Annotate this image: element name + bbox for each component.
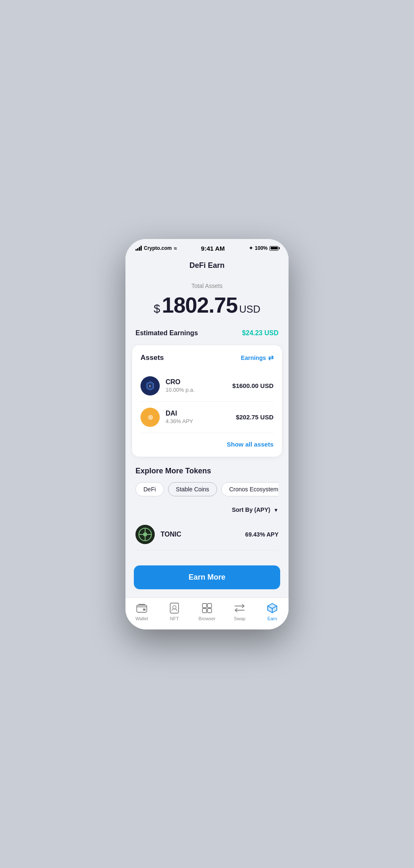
svg-rect-16 (202, 609, 207, 613)
browser-nav-label: Browser (199, 616, 215, 621)
svg-point-13 (173, 606, 176, 609)
nav-item-swap[interactable]: Swap (223, 602, 256, 621)
status-bar: Crypto.com ≈ 9:41 AM ✦ 100% (125, 239, 289, 254)
dai-icon: ◎ (141, 408, 160, 427)
swap-nav-icon (234, 602, 245, 614)
signal-bars-icon (135, 246, 142, 251)
wifi-icon: ≈ (174, 245, 177, 252)
swap-nav-label: Swap (234, 616, 245, 621)
wallet-nav-icon (136, 602, 148, 614)
svg-rect-11 (143, 609, 146, 611)
carrier-label: Crypto.com (144, 245, 172, 251)
svg-rect-17 (207, 609, 212, 613)
total-assets-label: Total Assets (135, 282, 279, 289)
nav-item-browser[interactable]: Browser (191, 602, 223, 621)
token-row-tonic[interactable]: TONIC 69.43% APY (135, 519, 279, 550)
nft-nav-label: NFT (170, 616, 179, 621)
svg-text:C: C (149, 385, 151, 388)
dollar-sign: $ (153, 302, 160, 316)
assets-card-header: Assets Earnings ⇄ (141, 354, 273, 362)
page-title: DeFi Earn (125, 254, 289, 278)
earnings-toggle-button[interactable]: Earnings ⇄ (241, 354, 273, 362)
cro-value: $1600.00 USD (233, 382, 273, 389)
tonic-apy: 69.43% APY (245, 531, 279, 538)
cro-name: CRO (166, 378, 233, 386)
filter-tab-cronos[interactable]: Cronos Ecosystem (221, 482, 279, 496)
total-currency: USD (239, 303, 261, 315)
wallet-nav-label: Wallet (135, 616, 148, 621)
browser-nav-icon (201, 602, 213, 614)
dai-name: DAI (166, 410, 236, 417)
assets-card-title: Assets (141, 354, 164, 362)
nav-item-nft[interactable]: NFT (158, 602, 191, 621)
dai-rate: 4.36% APY (166, 418, 236, 424)
swap-arrows-icon: ⇄ (268, 354, 273, 362)
total-assets-section: Total Assets $ 1802.75 USD (125, 278, 289, 329)
sort-label-text: Sort By (APY) (232, 506, 270, 513)
svg-rect-14 (202, 603, 207, 608)
svg-rect-15 (207, 603, 212, 608)
explore-section: Explore More Tokens DeFi Stable Coins Cr… (125, 467, 289, 559)
bottom-nav: Wallet NFT Browse (125, 598, 289, 629)
estimated-earnings-label: Estimated Earnings (135, 329, 198, 337)
asset-row-cro[interactable]: C CRO 10.00% p.a. $1600.00 USD (141, 370, 273, 402)
earnings-toggle-label: Earnings (241, 354, 266, 361)
scroll-content: DeFi Earn Total Assets $ 1802.75 USD Est… (125, 254, 289, 598)
estimated-earnings-value: $24.23 USD (242, 329, 279, 337)
cro-info: CRO 10.00% p.a. (166, 378, 233, 393)
tonic-name: TONIC (161, 531, 245, 538)
explore-title: Explore More Tokens (135, 467, 279, 475)
nav-item-wallet[interactable]: Wallet (125, 602, 158, 621)
estimated-earnings-row: Estimated Earnings $24.23 USD (125, 329, 289, 345)
nft-nav-icon (169, 602, 180, 614)
sort-row: Sort By (APY) ▼ (135, 506, 279, 513)
status-left: Crypto.com ≈ (135, 245, 177, 252)
svg-rect-12 (170, 603, 179, 613)
total-assets-value: $ 1802.75 USD (135, 293, 279, 318)
tonic-info: TONIC (161, 531, 245, 538)
sort-arrow-icon: ▼ (273, 507, 279, 513)
filter-tab-defi[interactable]: DeFi (135, 482, 164, 496)
assets-card: Assets Earnings ⇄ C CRO 10.00% p. (132, 345, 282, 457)
svg-text:◎: ◎ (148, 414, 153, 420)
tonic-icon (135, 525, 155, 544)
earn-more-section: Earn More (125, 559, 289, 598)
svg-point-9 (143, 532, 147, 537)
dai-value: $202.75 USD (236, 413, 273, 421)
battery-icon (269, 246, 279, 251)
total-amount: 1802.75 (162, 293, 238, 318)
show-all-assets-link[interactable]: Show all assets (227, 441, 273, 448)
show-all-assets-container: Show all assets (141, 439, 273, 448)
bluetooth-icon: ✦ (249, 245, 253, 251)
dai-info: DAI 4.36% APY (166, 410, 236, 424)
filter-tabs: DeFi Stable Coins Cronos Ecosystem DE (135, 482, 279, 498)
earn-nav-label: Earn (267, 616, 277, 621)
earn-nav-icon (266, 602, 278, 614)
phone-frame: Crypto.com ≈ 9:41 AM ✦ 100% DeFi Earn To… (125, 239, 289, 629)
sort-button[interactable]: Sort By (APY) ▼ (232, 506, 279, 513)
filter-tab-stablecoins[interactable]: Stable Coins (168, 482, 217, 496)
battery-percent: 100% (255, 245, 268, 251)
nav-item-earn[interactable]: Earn (256, 602, 289, 621)
status-time: 9:41 AM (201, 245, 225, 252)
asset-row-dai[interactable]: ◎ DAI 4.36% APY $202.75 USD (141, 402, 273, 433)
earn-more-button[interactable]: Earn More (134, 565, 280, 589)
cro-rate: 10.00% p.a. (166, 387, 233, 393)
cro-icon: C (141, 376, 160, 395)
status-right: ✦ 100% (249, 245, 279, 251)
